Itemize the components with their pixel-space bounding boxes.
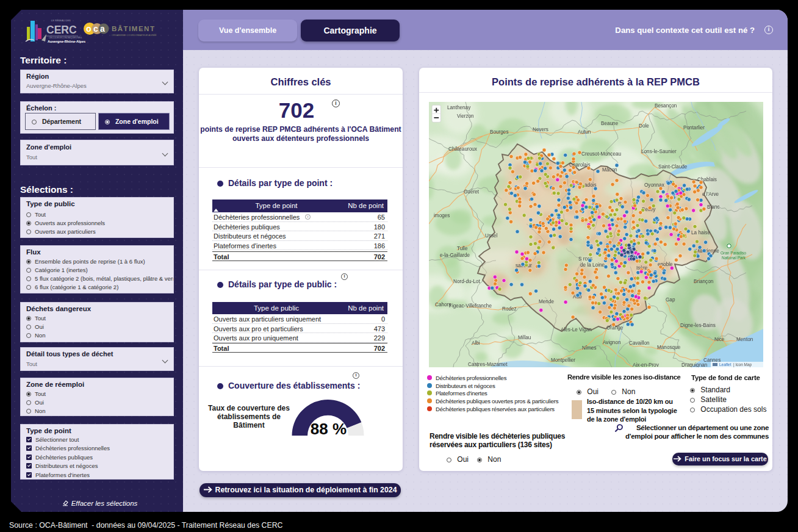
svg-text:Gran Paradiso: Gran Paradiso — [721, 251, 746, 255]
svg-text:CERC: CERC — [46, 24, 77, 36]
svg-text:Leaflet: Leaflet — [719, 362, 732, 367]
svg-text:Tulle: Tulle — [457, 246, 468, 251]
svg-text:Blanc: Blanc — [707, 204, 719, 210]
svg-text:Lanthenay: Lanthenay — [447, 105, 471, 110]
svg-text:Menton: Menton — [736, 337, 753, 342]
svg-text:Cavaillon: Cavaillon — [629, 340, 650, 346]
svg-text:National Park: National Park — [722, 256, 746, 260]
svg-text:Saint-Claude: Saint-Claude — [658, 164, 688, 170]
svg-text:Vierzon: Vierzon — [457, 113, 474, 119]
svg-text:Dole: Dole — [639, 123, 649, 129]
svg-text:BÂTIMENT: BÂTIMENT — [112, 25, 155, 32]
svg-text:c: c — [93, 24, 98, 34]
svg-text:Draguignan: Draguignan — [681, 362, 708, 367]
svg-text:Guéret: Guéret — [464, 189, 480, 195]
svg-text:Auvergne-Rhône-Alpes: Auvergne-Rhône-Alpes — [48, 40, 85, 43]
svg-text:ORGANISME COORDONNATEUR AGRÉÉ: ORGANISME COORDONNATEUR AGRÉÉ — [112, 34, 157, 37]
svg-text:Rodez: Rodez — [502, 306, 517, 312]
svg-text:e l'Arve: e l'Arve — [702, 192, 719, 197]
svg-text:Castres-Mazamet: Castres-Mazamet — [468, 362, 508, 367]
svg-text:Manosque: Manosque — [657, 345, 681, 350]
svg-text:Briançon: Briançon — [694, 279, 714, 284]
svg-text:Aix-en-Prov: Aix-en-Prov — [633, 362, 660, 367]
svg-text:Alès-Le Vigan: Alès-Le Vigan — [561, 327, 592, 332]
svg-text:Montpellier: Montpellier — [551, 358, 575, 363]
svg-text:de la Loine: de la Loine — [580, 262, 605, 268]
svg-text:imoges: imoges — [434, 213, 450, 218]
svg-text:Beaune: Beaune — [601, 121, 619, 126]
svg-text:Bourges: Bourges — [490, 129, 509, 135]
svg-text:Nevers: Nevers — [533, 127, 548, 132]
svg-text:Nord-du-Lot: Nord-du-Lot — [453, 279, 480, 284]
svg-text:Digne-les-Bains: Digne-les-Bains — [680, 323, 716, 328]
svg-text:Lons-le-Saunier: Lons-le-Saunier — [641, 149, 677, 154]
svg-text:Nice: Nice — [714, 337, 725, 342]
svg-text:Figeac-Villefranche: Figeac-Villefranche — [449, 303, 492, 309]
svg-text:Nîmes: Nîmes — [582, 345, 597, 351]
svg-text:e-la-Gaillarde: e-la-Gaillarde — [440, 253, 470, 258]
svg-text:Gap: Gap — [666, 297, 675, 303]
svg-text:a: a — [100, 24, 105, 34]
svg-text:Albi: Albi — [472, 340, 480, 346]
svg-text:Creusot-Monceau: Creusot-Monceau — [581, 151, 622, 157]
svg-text:Châteauroux: Châteauroux — [448, 146, 477, 152]
svg-text:La haise: La haise — [691, 230, 710, 235]
svg-text:o: o — [86, 24, 92, 34]
svg-text:Besançon: Besançon — [655, 103, 677, 109]
svg-text:Avignon: Avignon — [603, 340, 621, 345]
svg-text:Ussel: Ussel — [485, 233, 498, 239]
svg-text:LE RÉSEAU DES: LE RÉSEAU DES — [51, 19, 71, 22]
svg-text:Mende: Mende — [539, 299, 554, 304]
svg-text:Mâcon: Mâcon — [602, 167, 617, 173]
svg-text:Autun: Autun — [578, 129, 591, 135]
svg-text:| Icon Map: | Icon Map — [733, 362, 752, 367]
svg-text:CELLULES ÉCONOMIQUES RÉG.: CELLULES ÉCONOMIQUES RÉG. — [49, 36, 82, 39]
svg-text:Pontarlier: Pontarlier — [683, 125, 705, 131]
svg-text:Millau: Millau — [518, 335, 531, 340]
